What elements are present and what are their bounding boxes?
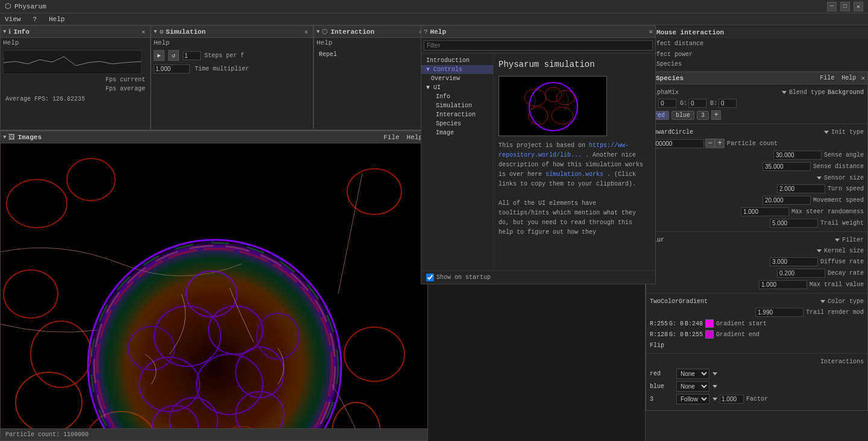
species-file-menu[interactable]: File: [817, 75, 837, 81]
sense-angle-input[interactable]: [773, 151, 822, 160]
window-controls: ─ □ ✕: [827, 2, 863, 11]
refresh-button[interactable]: ↺: [168, 50, 179, 61]
trail-weight-label: Trail weight: [820, 220, 864, 227]
interact-panel-title: Interaction: [330, 28, 414, 36]
species-body: AlphaMix Blend type Background R: G: B: …: [646, 84, 867, 410]
movement-speed-row: Movement speed: [646, 195, 867, 206]
gradient-end-row: R:128 G: 0 B:255 Gradient end: [646, 329, 867, 340]
decay-rate-input[interactable]: [777, 269, 825, 278]
particle-plus-button[interactable]: +: [715, 139, 725, 148]
images-collapse-icon[interactable]: ▼: [3, 134, 6, 140]
repel-item[interactable]: Repel: [316, 50, 425, 59]
particle-minus-button[interactable]: −: [705, 139, 715, 148]
steps-label: Steps per f: [204, 52, 244, 59]
kernel-size-value: 3: [650, 248, 817, 254]
play-button[interactable]: ▶: [154, 50, 165, 61]
interact-collapse-icon[interactable]: ▼: [316, 29, 319, 35]
show-on-startup-checkbox[interactable]: [426, 274, 434, 281]
help-nav-interaction[interactable]: Interaction: [421, 110, 493, 119]
help-nav-species[interactable]: Species: [421, 119, 493, 128]
trail-render-label: Trail render mod: [806, 309, 864, 316]
minimize-button[interactable]: ─: [827, 2, 837, 11]
help-nav: Introduction ▼ Controls Overview ▼ UI In…: [421, 54, 494, 271]
images-area: ▼ 🖼 Images File Help: [0, 131, 428, 441]
interaction-3-label: 3: [650, 396, 674, 402]
info-help-menu[interactable]: Help: [3, 39, 19, 46]
species-panel-close[interactable]: ✕: [861, 74, 865, 82]
menu-question[interactable]: ?: [30, 16, 39, 23]
diffuse-rate-label: Diffuse rate: [820, 258, 864, 265]
interaction-blue-select[interactable]: None Follow Repel: [676, 381, 709, 392]
help-nav-simulation[interactable]: Simulation: [421, 101, 493, 110]
images-file-menu[interactable]: File: [383, 134, 399, 141]
diffuse-rate-input[interactable]: [770, 257, 818, 266]
gradient-start-swatch[interactable]: [705, 319, 714, 328]
trail-weight-row: Trail weight: [646, 217, 867, 229]
images-menu: File Help: [381, 134, 425, 141]
interaction-3-factor-input[interactable]: [720, 395, 744, 404]
show-on-startup-label[interactable]: Show on startup: [426, 274, 491, 281]
species-collapse-row[interactable]: Species: [646, 60, 868, 69]
help-text-body: This project is based on https://ww-repo…: [498, 141, 650, 237]
trail-weight-input[interactable]: [770, 219, 818, 228]
help-nav-controls[interactable]: ▼ Controls: [421, 65, 493, 74]
help-window-icon: ?: [424, 28, 428, 36]
kernel-size-label: Kernel size: [824, 248, 864, 254]
help-nav-overview[interactable]: Overview: [421, 74, 493, 83]
time-multiplier-input[interactable]: [154, 64, 190, 74]
interaction-3-icon: [712, 398, 717, 401]
help-thumbnail-img: [499, 77, 607, 136]
help-footer: Show on startup: [421, 271, 655, 284]
help-link-2[interactable]: simulation.works: [546, 171, 603, 178]
max-trail-input[interactable]: [759, 280, 807, 289]
fps-current-label: Fps current: [105, 77, 145, 83]
turn-speed-input[interactable]: [777, 184, 825, 193]
species-help-menu[interactable]: Help: [839, 75, 858, 81]
g-input[interactable]: [688, 99, 706, 108]
add-species-button[interactable]: +: [711, 110, 721, 120]
help-window-title: Help: [430, 28, 647, 36]
sim-panel-close[interactable]: ✕: [302, 28, 310, 36]
info-panel-close[interactable]: ✕: [139, 28, 148, 36]
info-panel-menu: Help: [1, 38, 150, 48]
b-input[interactable]: [719, 99, 737, 108]
interaction-3-select[interactable]: None Follow Repel: [676, 394, 709, 404]
help-window-close[interactable]: ✕: [649, 28, 653, 36]
movement-speed-input[interactable]: [763, 196, 811, 205]
viewport[interactable]: [1, 143, 427, 428]
menu-view[interactable]: View: [2, 16, 23, 23]
sim-help-menu[interactable]: Help: [154, 39, 169, 46]
help-nav-image[interactable]: Image: [421, 128, 493, 137]
sense-angle-row: Sense angle: [646, 149, 867, 161]
maximize-button[interactable]: □: [840, 2, 850, 11]
help-window-header: ? Help ✕: [421, 26, 655, 38]
max-steer-input[interactable]: [741, 207, 789, 216]
info-collapse-icon[interactable]: ▼: [3, 29, 6, 35]
gradient-start-label: Gradient start: [716, 321, 767, 327]
help-filter-input[interactable]: [424, 40, 653, 51]
r-input[interactable]: [658, 99, 676, 108]
simulation-canvas: [1, 143, 427, 428]
particle-count-input[interactable]: [650, 139, 704, 148]
close-button[interactable]: ✕: [854, 2, 863, 11]
tab-3[interactable]: 3: [697, 111, 709, 120]
tab-blue[interactable]: blue: [671, 111, 694, 120]
help-nav-ui[interactable]: ▼ UI: [421, 83, 493, 92]
particle-count-row: − + Particle count: [646, 137, 867, 149]
help-nav-info[interactable]: Info: [421, 92, 493, 101]
sim-collapse-icon[interactable]: ▼: [154, 29, 157, 35]
interaction-red-select[interactable]: None Follow Repel: [676, 369, 709, 379]
menu-help[interactable]: Help: [46, 16, 67, 23]
trail-render-input[interactable]: [755, 308, 804, 317]
steps-input[interactable]: 1: [183, 51, 201, 60]
init-type-value: InwardCircle: [650, 129, 824, 136]
sense-distance-input[interactable]: [763, 162, 811, 171]
interaction-3-row: 3 None Follow Repel Factor: [650, 393, 864, 405]
effect-power-label: Effect power: [649, 51, 864, 58]
help-nav-introduction[interactable]: Introduction: [421, 56, 493, 65]
menu-bar: View ? Help: [0, 13, 868, 25]
svg-rect-28: [499, 77, 607, 136]
gradient-end-swatch[interactable]: [705, 330, 714, 339]
interact-help-menu[interactable]: Help: [316, 39, 332, 46]
interactions-section: Interactions red None Follow Repel: [646, 356, 867, 408]
